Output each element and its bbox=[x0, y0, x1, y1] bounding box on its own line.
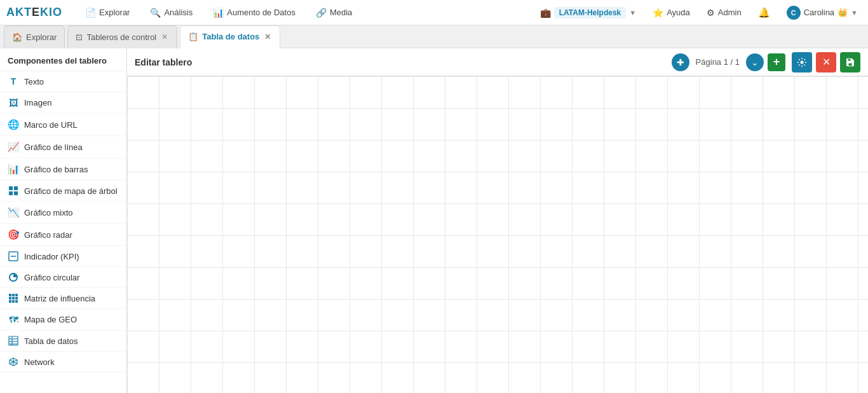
main-layout: Componentes del tablero T Texto 🖼 Imagen… bbox=[0, 48, 868, 393]
content-title: Editar tablero bbox=[135, 57, 665, 67]
tab-tabla-label: Tabla de datos bbox=[202, 32, 259, 41]
svg-rect-7 bbox=[12, 294, 15, 296]
svg-rect-12 bbox=[9, 300, 11, 303]
svg-rect-10 bbox=[12, 297, 15, 300]
tab-tableros-icon: ⊡ bbox=[76, 32, 83, 42]
sidebar-item-mixto[interactable]: 📉 Gráfico mixto bbox=[0, 202, 126, 224]
sidebar-item-treemap[interactable]: Gráfico de mapa de árbol bbox=[0, 181, 126, 202]
sidebar-item-texto-label: Texto bbox=[24, 77, 44, 86]
analisis-icon: 🔍 bbox=[150, 8, 161, 18]
helpdesk-chevron-icon: ▼ bbox=[629, 9, 636, 17]
sidebar-item-texto[interactable]: T Texto bbox=[0, 71, 126, 92]
nav-media-label: Media bbox=[330, 8, 352, 17]
help-item[interactable]: ⭐ Ayuda bbox=[649, 5, 694, 20]
sidebar-item-matriz-label: Matriz de influencia bbox=[24, 294, 95, 303]
tab-tabla-close[interactable]: ✕ bbox=[263, 32, 272, 41]
nav-aumento[interactable]: 📊 Aumento de Datos bbox=[209, 5, 299, 20]
sidebar-item-mixto-label: Gráfico mixto bbox=[24, 208, 73, 217]
nav-analisis-label: Análisis bbox=[164, 8, 193, 17]
helpdesk-item[interactable]: 💼 LATAM-Helpdesk ▼ bbox=[536, 4, 640, 21]
sidebar-header: Componentes del tablero bbox=[0, 48, 126, 71]
sidebar-item-circular[interactable]: Gráfico circular bbox=[0, 267, 126, 288]
sidebar-item-tabla[interactable]: Tabla de datos bbox=[0, 331, 126, 352]
svg-rect-0 bbox=[9, 186, 13, 190]
tab-tableros-label: Tableros de control bbox=[86, 32, 156, 42]
prev-page-button[interactable]: ✚ bbox=[672, 53, 689, 71]
add-page-button[interactable]: + bbox=[768, 53, 785, 71]
svg-rect-11 bbox=[15, 297, 18, 300]
sidebar-item-treemap-label: Gráfico de mapa de árbol bbox=[24, 186, 118, 196]
svg-rect-13 bbox=[12, 300, 15, 303]
mixto-icon: 📉 bbox=[8, 207, 19, 218]
nav-aumento-label: Aumento de Datos bbox=[227, 8, 295, 17]
tab-tabla-icon: 📋 bbox=[188, 32, 198, 41]
tab-explorar[interactable]: 🏠 Explorar bbox=[4, 25, 65, 48]
network-icon bbox=[8, 357, 19, 367]
admin-icon: ⚙ bbox=[707, 8, 715, 18]
circular-icon bbox=[8, 272, 19, 282]
nav-analisis[interactable]: 🔍 Análisis bbox=[146, 5, 196, 20]
settings-button[interactable] bbox=[792, 52, 812, 72]
nav-explorar-label: Explorar bbox=[99, 8, 130, 17]
svg-rect-1 bbox=[14, 186, 18, 190]
help-icon: ⭐ bbox=[653, 8, 663, 18]
app-logo: AKTEKIO bbox=[6, 6, 62, 19]
crown-icon: 👑 bbox=[837, 8, 848, 17]
sidebar-item-imagen-label: Imagen bbox=[24, 98, 51, 107]
tab-tableros-close[interactable]: ✕ bbox=[160, 32, 169, 41]
geo-icon: 🗺 bbox=[8, 314, 19, 325]
sidebar-item-barras[interactable]: 📊 Gráfico de barras bbox=[0, 158, 126, 181]
user-label: Carolina bbox=[804, 8, 834, 17]
content-area: Editar tablero ✚ Página 1 / 1 ⌄ + ✕ bbox=[127, 48, 868, 393]
nav-media[interactable]: 🔗 Media bbox=[312, 5, 356, 20]
grid-canvas bbox=[127, 76, 868, 393]
briefcase-icon: 💼 bbox=[540, 8, 551, 18]
admin-label: Admin bbox=[718, 8, 742, 17]
tab-tableros[interactable]: ⊡ Tableros de control ✕ bbox=[67, 25, 177, 48]
matriz-icon bbox=[8, 293, 19, 303]
sidebar-item-matriz[interactable]: Matriz de influencia bbox=[0, 288, 126, 309]
save-button[interactable] bbox=[840, 52, 860, 72]
svg-rect-9 bbox=[9, 297, 11, 300]
sidebar-item-network[interactable]: Network bbox=[0, 352, 126, 373]
next-page-button[interactable]: ⌄ bbox=[746, 53, 764, 71]
notification-item[interactable]: 🔔 bbox=[754, 4, 774, 21]
url-icon: 🌐 bbox=[8, 119, 19, 130]
svg-rect-2 bbox=[9, 191, 13, 195]
sidebar-item-url-label: Marco de URL bbox=[24, 120, 78, 130]
nav-explorar[interactable]: 📄 Explorar bbox=[81, 5, 133, 20]
svg-rect-26 bbox=[848, 59, 851, 61]
sidebar-item-geo[interactable]: 🗺 Mapa de GEO bbox=[0, 309, 126, 331]
navbar: AKTEKIO 📄 Explorar 🔍 Análisis 📊 Aumento … bbox=[0, 0, 868, 25]
sidebar: Componentes del tablero T Texto 🖼 Imagen… bbox=[0, 48, 127, 393]
navbar-right: 💼 LATAM-Helpdesk ▼ ⭐ Ayuda ⚙ Admin 🔔 C C… bbox=[536, 3, 862, 22]
svg-rect-3 bbox=[14, 191, 18, 195]
radar-icon: 🎯 bbox=[8, 229, 19, 240]
treemap-icon bbox=[8, 186, 19, 196]
sidebar-item-geo-label: Mapa de GEO bbox=[24, 315, 77, 324]
sidebar-item-linea[interactable]: 📈 Gráfico de línea bbox=[0, 136, 126, 158]
media-icon: 🔗 bbox=[316, 8, 327, 18]
user-item[interactable]: C Carolina 👑 ▼ bbox=[783, 3, 862, 22]
aumento-icon: 📊 bbox=[213, 8, 224, 18]
sidebar-item-kpi[interactable]: Indicador (KPI) bbox=[0, 246, 126, 267]
sidebar-item-radar[interactable]: 🎯 Gráfico radar bbox=[0, 224, 126, 246]
sidebar-item-tabla-label: Tabla de datos bbox=[24, 336, 78, 346]
sidebar-item-network-label: Network bbox=[24, 357, 55, 367]
helpdesk-label: LATAM-Helpdesk bbox=[554, 7, 627, 18]
tabla-icon bbox=[8, 336, 19, 346]
sidebar-item-linea-label: Gráfico de línea bbox=[24, 142, 83, 152]
admin-item[interactable]: ⚙ Admin bbox=[703, 5, 745, 20]
close-button[interactable]: ✕ bbox=[816, 52, 836, 72]
sidebar-item-radar-label: Gráfico radar bbox=[24, 230, 72, 240]
svg-rect-6 bbox=[9, 294, 11, 296]
sidebar-item-url[interactable]: 🌐 Marco de URL bbox=[0, 114, 126, 136]
linea-icon: 📈 bbox=[8, 141, 19, 153]
tab-explorar-icon: 🏠 bbox=[12, 32, 22, 42]
content-toolbar: Editar tablero ✚ Página 1 / 1 ⌄ + ✕ bbox=[127, 48, 868, 76]
tab-tabla-datos[interactable]: 📋 Tabla de datos ✕ bbox=[180, 25, 280, 48]
svg-point-24 bbox=[801, 60, 804, 64]
tabs-bar: 🏠 Explorar ⊡ Tableros de control ✕ 📋 Tab… bbox=[0, 25, 868, 48]
sidebar-item-imagen[interactable]: 🖼 Imagen bbox=[0, 92, 126, 114]
imagen-icon: 🖼 bbox=[8, 97, 19, 108]
